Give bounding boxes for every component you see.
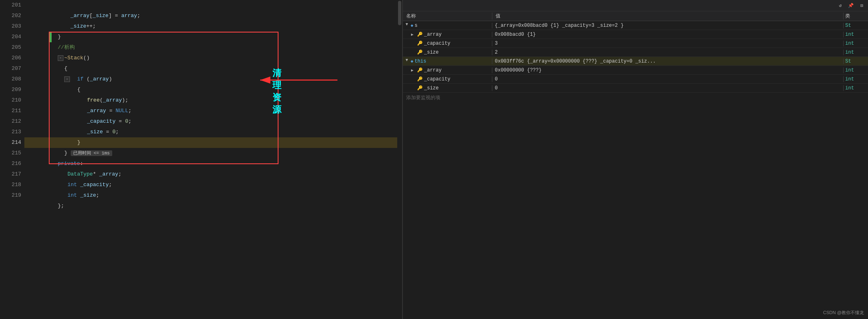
line-210: 210 [0,95,21,106]
scrollbar[interactable] [397,0,402,319]
code-line-208: { [24,74,402,85]
watch-value-this-array: 0x00000000 {???} [492,67,844,73]
watch-type-this-capacity: int [844,76,868,82]
label-s-size: _size [424,50,439,55]
watch-row-s: ▶ ◆ s {_array=0x008bacd0 {1} _capacity=3… [403,21,868,30]
watch-value-s-size: 2 [492,50,844,55]
watch-row-s-size: 🔑 _size 2 int [403,48,868,57]
line-212: 212 [0,116,21,127]
icon-this-capacity: 🔑 [417,76,423,82]
code-line-212: _size = 0; [24,116,402,127]
watch-name-this: ▶ ◆ this [403,59,492,64]
code-line-215: private: [24,148,402,158]
expand-s[interactable]: ▶ [405,23,409,28]
line-numbers: 201 202 203 204 205 206 207 208 209 210 … [0,0,24,319]
add-watch-row[interactable]: 添加要监视的项 [403,93,868,103]
code-line-201: _array[_size] = array; [24,0,402,11]
label-this-capacity: _capacity [424,76,450,82]
watch-type-s: St [844,23,868,28]
expand-s-array[interactable]: ▶ [411,32,416,37]
watch-name-this-array: ▶ 🔑 _array [403,67,492,73]
label-this-array: _array [424,67,442,73]
line-206: 206 [0,53,21,63]
code-line-210: _array = NULL; [24,95,402,106]
col-name-header: 名称 [403,13,492,20]
line-202: 202 [0,11,21,21]
watch-toolbar: ↺ 📌 ⊡ [403,0,868,11]
code-line-206: { [24,53,402,63]
watch-table-header: 名称 值 类 [403,11,868,21]
col-type-header: 类 [844,13,868,20]
icon-s-capacity: 🔑 [417,41,423,46]
watch-type-this-size: int [844,85,868,91]
line-208: 208 [0,74,21,85]
scrollbar-thumb[interactable] [398,1,401,25]
watch-value-s: {_array=0x008bacd0 {1} _capacity=3 _size… [492,23,844,28]
watch-name-this-capacity: 🔑 _capacity [403,76,492,82]
line-213: 213 [0,127,21,137]
watch-rows: ▶ ◆ s {_array=0x008bacd0 {1} _capacity=3… [403,21,868,319]
label-this-size: _size [424,85,439,91]
main-container: 201 202 203 204 205 206 207 208 209 210 … [0,0,868,319]
watch-type-s-size: int [844,50,868,55]
code-line-209: free(_array); [24,85,402,95]
toolbar-window[interactable]: ⊡ [859,2,865,9]
watch-row-this-array: ▶ 🔑 _array 0x00000000 {???} int [403,66,868,75]
watch-panel: ↺ 📌 ⊡ 名称 值 类 ▶ ◆ s {_array=0x008bacd0 {1… [402,0,868,319]
code-line-213: } [24,127,402,137]
code-line-218: int _size; [24,180,402,190]
watch-name-s-capacity: 🔑 _capacity [403,41,492,46]
watch-name-this-size: 🔑 _size [403,85,492,91]
icon-this: ◆ [411,59,413,64]
line-211: 211 [0,106,21,116]
line-214: 214 [0,137,21,148]
code-line-204: //析构 [24,32,402,42]
watch-name-s: ▶ ◆ s [403,23,492,28]
icon-s-size: 🔑 [417,50,423,55]
watch-type-s-array: int [844,32,868,37]
code-line-205: -~Stack() [24,42,402,53]
label-this: this [415,59,426,64]
watch-type-s-capacity: int [844,41,868,46]
label-s: s [415,23,418,28]
line-218: 218 [0,180,21,190]
watch-row-this-size: 🔑 _size 0 int [403,84,868,93]
line-201: 201 [0,0,21,11]
watch-type-this: St [844,59,868,64]
code-line-217: int _capacity; [24,169,402,180]
line-203: 203 [0,21,21,32]
icon-s-array: 🔑 [417,32,423,37]
icon-s: ◆ [411,23,413,28]
line-216: 216 [0,158,21,169]
watch-row-s-capacity: 🔑 _capacity 3 int [403,39,868,48]
icon-this-size: 🔑 [417,85,423,91]
watch-value-this: 0x003ff76c {_array=0x00000000 {???} _cap… [492,59,844,64]
code-content: _array[_size] = array; _size++; } //析构 -… [24,0,402,319]
watch-name-s-array: ▶ 🔑 _array [403,32,492,37]
watch-row-s-array: ▶ 🔑 _array 0x008bacd0 {1} int [403,30,868,39]
line-209: 209 [0,85,21,95]
line-205: 205 [0,42,21,53]
icon-this-array: 🔑 [417,67,423,73]
col-value-header: 值 [492,13,844,20]
watch-type-this-array: int [844,67,868,73]
code-line-219: }; [24,190,402,201]
code-panel: 201 202 203 204 205 206 207 208 209 210 … [0,0,402,319]
expand-this[interactable]: ▶ [405,59,409,64]
watch-row-this: ▶ ◆ this 0x003ff76c {_array=0x00000000 {… [403,57,868,66]
label-s-array: _array [424,32,442,37]
watch-value-this-capacity: 0 [492,76,844,82]
watch-value-s-array: 0x008bacd0 {1} [492,32,844,37]
expand-this-array[interactable]: ▶ [411,68,416,73]
toolbar-refresh[interactable]: ↺ [838,2,844,9]
line-204: 204 [0,32,21,42]
code-line-207: - if (_array) [24,63,402,74]
code-line-211: _capacity = 0; [24,106,402,116]
toolbar-pin[interactable]: 📌 [846,2,855,9]
code-line-214: } 已用时间 <= 1ms [24,137,402,148]
watch-value-this-size: 0 [492,85,844,91]
code-line-203: } [24,21,402,32]
watch-value-s-capacity: 3 [492,41,844,46]
line-219: 219 [0,190,21,201]
line-207: 207 [0,63,21,74]
